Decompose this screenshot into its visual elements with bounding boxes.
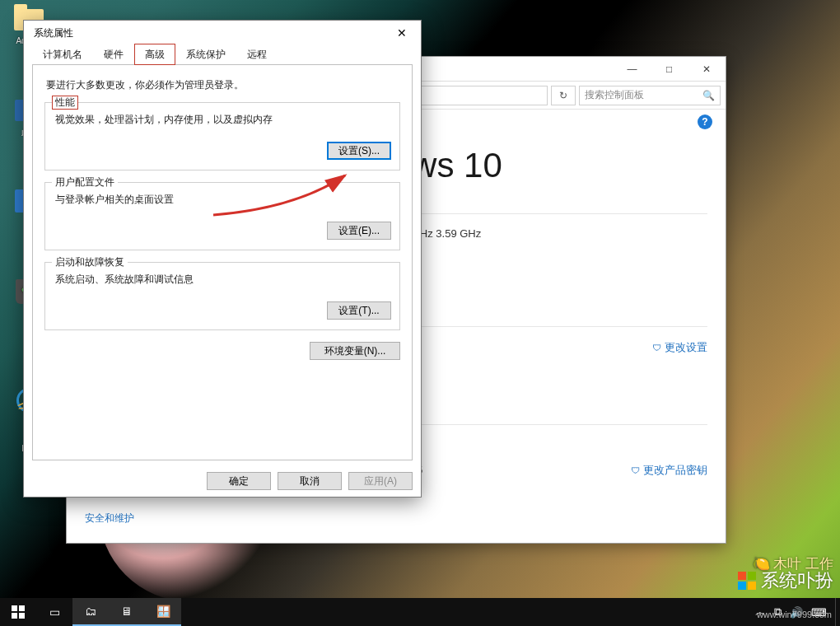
ok-button[interactable]: 确定 bbox=[207, 472, 271, 490]
performance-desc: 视觉效果，处理器计划，内存使用，以及虚拟内存 bbox=[54, 110, 391, 142]
file-explorer-icon: 🗂 bbox=[85, 605, 96, 618]
watermark-url: www.win7999.com bbox=[757, 610, 832, 619]
tab-system-protection[interactable]: 系统保护 bbox=[175, 44, 236, 64]
windows-start-icon bbox=[12, 605, 25, 619]
show-desktop-peek[interactable] bbox=[835, 598, 840, 626]
startup-recovery-desc: 系统启动、系统故障和调试信息 bbox=[54, 269, 391, 301]
see-also: 安全和维护 bbox=[85, 509, 134, 528]
cancel-button[interactable]: 取消 bbox=[278, 472, 342, 490]
help-icon[interactable]: ? bbox=[698, 114, 712, 129]
user-profile-legend: 用户配置文件 bbox=[52, 175, 118, 189]
tab-hardware[interactable]: 硬件 bbox=[93, 44, 134, 64]
search-input[interactable]: 搜索控制面板 🔍 bbox=[579, 86, 721, 105]
user-profile-settings-button[interactable]: 设置(E)... bbox=[327, 222, 391, 240]
startup-recovery-fieldset: 启动和故障恢复 系统启动、系统故障和调试信息 设置(T)... bbox=[44, 262, 400, 330]
dialog-button-row: 确定 取消 应用(A) bbox=[207, 472, 413, 490]
svg-rect-2 bbox=[12, 613, 17, 619]
start-button[interactable] bbox=[0, 598, 36, 626]
tab-bar: 计算机名 硬件 高级 系统保护 远程 bbox=[32, 45, 413, 65]
search-icon: 🔍 bbox=[702, 90, 715, 101]
user-profile-desc: 与登录帐户相关的桌面设置 bbox=[54, 189, 391, 222]
close-button[interactable]: ✕ bbox=[390, 24, 414, 42]
performance-settings-button[interactable]: 设置(S)... bbox=[327, 142, 391, 160]
taskbar-system-properties[interactable]: 🪟 bbox=[145, 598, 181, 626]
tab-advanced[interactable]: 高级 bbox=[134, 44, 175, 65]
system-properties-dialog: 系统属性 ✕ 计算机名 硬件 高级 系统保护 远程 要进行大多数更改，你必须作为… bbox=[23, 20, 422, 498]
taskbar[interactable]: ▭ 🗂 🖥 🪟 ︿ ⧉ 🔊 ⌨ www.win7999.com bbox=[0, 598, 840, 626]
watermark-site-text: 系统卟扮 bbox=[761, 568, 833, 593]
minimize-button[interactable]: — bbox=[614, 58, 651, 81]
change-product-key-link[interactable]: 更改产品密钥 bbox=[631, 463, 707, 478]
tab-remote[interactable]: 远程 bbox=[236, 44, 278, 64]
change-settings-link[interactable]: 更改设置 bbox=[652, 340, 707, 355]
close-button[interactable]: ✕ bbox=[688, 58, 726, 81]
control-panel-task-icon: 🖥 bbox=[121, 605, 133, 618]
tab-computer-name[interactable]: 计算机名 bbox=[32, 44, 93, 64]
performance-legend: 性能 bbox=[52, 96, 78, 110]
svg-rect-1 bbox=[19, 605, 25, 611]
dialog-title: 系统属性 bbox=[34, 26, 73, 40]
apply-button: 应用(A) bbox=[348, 472, 413, 490]
security-maintenance-link[interactable]: 安全和维护 bbox=[85, 509, 134, 528]
sysprop-titlebar[interactable]: 系统属性 ✕ bbox=[24, 21, 421, 45]
startup-recovery-settings-button[interactable]: 设置(T)... bbox=[327, 301, 391, 320]
admin-note: 要进行大多数更改，你必须作为管理员登录。 bbox=[44, 77, 400, 102]
watermark-site: 系统卟扮 bbox=[738, 568, 833, 593]
search-placeholder: 搜索控制面板 bbox=[585, 88, 644, 102]
performance-fieldset: 性能 视觉效果，处理器计划，内存使用，以及虚拟内存 设置(S)... bbox=[44, 102, 400, 171]
task-view-button[interactable]: ▭ bbox=[36, 598, 72, 626]
environment-variables-button[interactable]: 环境变量(N)... bbox=[310, 342, 400, 360]
user-profile-fieldset: 用户配置文件 与登录帐户相关的桌面设置 设置(E)... bbox=[44, 182, 400, 250]
sysprop-task-icon: 🪟 bbox=[156, 605, 170, 618]
taskbar-control-panel[interactable]: 🖥 bbox=[109, 598, 145, 626]
tab-content: 要进行大多数更改，你必须作为管理员登录。 性能 视觉效果，处理器计划，内存使用，… bbox=[32, 65, 413, 460]
maximize-button[interactable]: □ bbox=[651, 58, 688, 81]
ms-logo-icon bbox=[738, 572, 756, 590]
refresh-button[interactable]: ↻ bbox=[551, 86, 576, 105]
taskbar-file-explorer[interactable]: 🗂 bbox=[72, 598, 109, 626]
svg-rect-3 bbox=[19, 613, 25, 619]
startup-recovery-legend: 启动和故障恢复 bbox=[52, 255, 128, 269]
svg-rect-0 bbox=[12, 605, 17, 611]
